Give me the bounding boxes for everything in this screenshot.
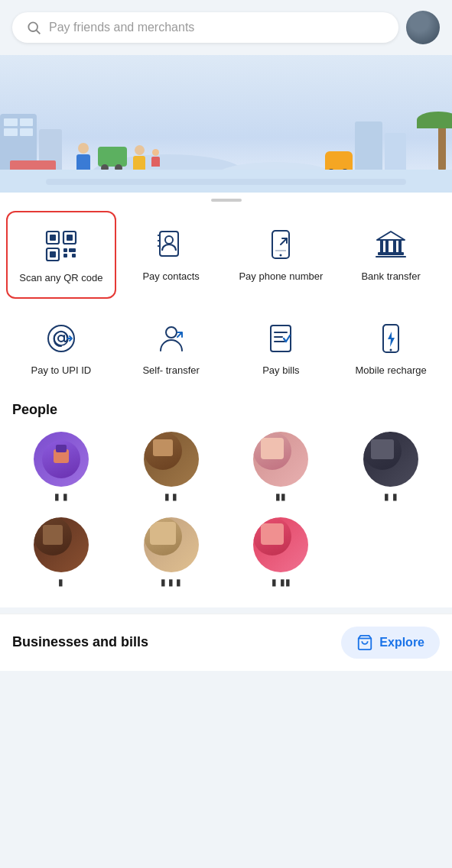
pay-phone-icon [259,223,302,266]
svg-line-1 [37,31,41,34]
svg-rect-7 [50,251,56,257]
svg-rect-10 [63,254,67,257]
svg-rect-26 [398,240,402,252]
mobile-recharge-icon [369,317,412,360]
person-item-1[interactable]: ▮ ▮ [6,424,116,510]
avatar[interactable] [406,11,440,44]
person-avatar-3 [253,432,308,487]
bank-transfer-icon [369,223,412,266]
mobile-recharge-label: Mobile recharge [356,364,427,377]
pay-bills-label: Pay bills [262,364,299,377]
person-avatar-4 [363,432,418,487]
pay-bills-icon [259,317,302,360]
auto-rickshaw [325,151,353,171]
pay-phone-label: Pay phone number [239,270,323,283]
svg-rect-8 [63,248,67,252]
pay-upi-label: Pay to UPI ID [31,364,92,377]
person-name-7: ▮ ▮▮ [231,577,332,588]
actions-grid-row1: Scan any QR code Pay contacts [0,205,452,299]
svg-rect-12 [72,248,76,252]
action-scan-qr[interactable]: Scan any QR code [6,211,116,299]
person-item-6[interactable]: ▮ ▮ ▮ [116,510,226,595]
svg-point-21 [280,254,282,257]
search-bar[interactable]: Pay friends and merchants [12,12,398,43]
people-grid-row2: ▮ ▮ ▮ ▮ ▮ ▮▮ [0,510,452,595]
drag-indicator [0,193,452,205]
people-section-title: People [0,390,452,424]
pay-upi-icon [40,317,83,360]
svg-rect-5 [67,235,73,241]
svg-point-31 [58,335,64,342]
hero-illustration [0,55,452,193]
svg-line-19 [281,238,287,245]
action-pay-contacts[interactable]: Pay contacts [116,211,226,299]
actions-grid-row2: Pay to UPI ID Self- transfer [0,299,452,390]
person-name-3: ▮▮ [231,491,332,502]
person-avatar-7 [253,517,308,572]
person-avatar-6 [144,517,199,572]
person-name-4: ▮ ▮ [340,491,441,502]
svg-rect-24 [385,240,389,252]
pay-contacts-label: Pay contacts [142,270,199,283]
hero-people [76,143,160,171]
action-bank-transfer[interactable]: Bank transfer [336,211,446,299]
bottom-bar: Businesses and bills Explore [0,614,452,671]
search-icon [26,20,41,35]
svg-rect-27 [378,252,404,255]
person-avatar-1 [34,432,89,487]
scan-qr-label: Scan any QR code [19,272,102,285]
person-item-4[interactable]: ▮ ▮ [336,424,446,510]
action-pay-bills[interactable]: Pay bills [226,305,337,390]
search-placeholder: Pay friends and merchants [49,21,194,34]
person-name-6: ▮ ▮ ▮ [121,577,222,588]
svg-point-14 [165,236,173,244]
shopping-bag-icon [356,634,373,651]
self-transfer-icon [150,317,193,360]
action-self-transfer[interactable]: Self- transfer [116,305,226,390]
people-grid-row1: ▮ ▮ ▮ ▮ ▮▮ [0,424,452,510]
pay-contacts-icon [150,223,193,266]
person-avatar-5 [34,517,89,572]
person-name-1: ▮ ▮ [11,491,112,502]
svg-rect-23 [380,240,383,252]
bank-transfer-label: Bank transfer [361,270,420,283]
person-avatar-2 [144,432,199,487]
person-name-5: ▮ [11,577,112,588]
person-item-3[interactable]: ▮▮ [226,424,337,510]
svg-rect-3 [50,235,56,241]
person-item-5[interactable]: ▮ [6,510,116,595]
action-mobile-recharge[interactable]: Mobile recharge [336,305,446,390]
explore-label: Explore [379,636,424,649]
svg-rect-25 [393,240,396,252]
action-pay-upi[interactable]: Pay to UPI ID [6,305,116,390]
svg-rect-11 [72,254,76,257]
businesses-label: Businesses and bills [12,634,148,650]
person-name-2: ▮ ▮ [121,491,222,502]
person-item-2[interactable]: ▮ ▮ [116,424,226,510]
svg-marker-22 [377,232,405,240]
svg-point-38 [390,348,392,351]
self-transfer-label: Self- transfer [142,364,199,377]
svg-point-32 [166,327,177,338]
header: Pay friends and merchants [0,0,452,55]
action-pay-phone[interactable]: Pay phone number [226,211,337,299]
svg-point-0 [28,22,37,31]
main-card: Scan any QR code Pay contacts [0,205,452,607]
explore-button[interactable]: Explore [341,627,440,659]
scan-qr-icon [40,225,83,267]
person-item-empty [336,510,446,595]
person-item-7[interactable]: ▮ ▮▮ [226,510,337,595]
